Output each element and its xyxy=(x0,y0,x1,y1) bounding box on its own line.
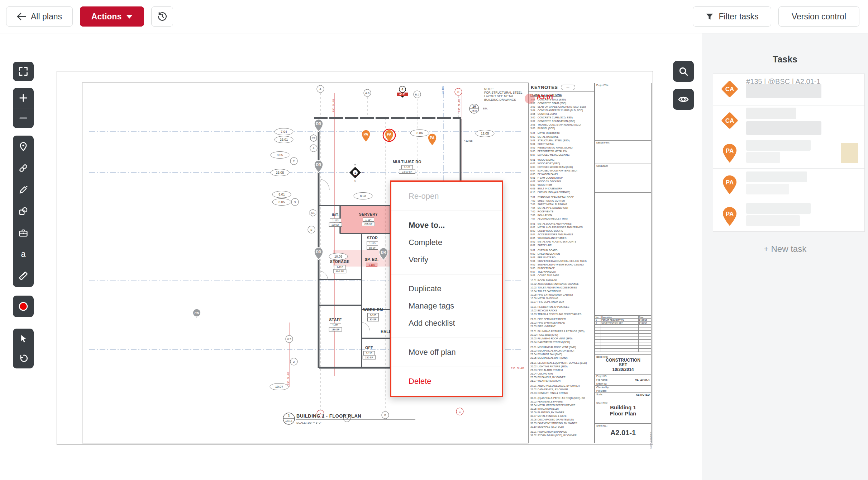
keynote-entry: 22.02HOSE BIBB (SPD) xyxy=(530,333,592,337)
shapes-tool-button[interactable] xyxy=(13,201,34,222)
keynote-entry: 7.04METAL PIPE DOWNSPOUT xyxy=(530,206,592,210)
keynote-entry: 27.01AUDIO-VIDEO DEVICES, BY OWNER xyxy=(530,384,592,388)
keynote-entry: 10.06METAL SHELVING xyxy=(530,297,592,300)
keynote-entry: 9.06RUBBER BASE xyxy=(530,267,592,270)
link-tool-button[interactable] xyxy=(13,157,34,179)
keynote-entry: 8.03SOLID WOOD DOORS xyxy=(530,229,592,233)
text-tool-button[interactable]: a xyxy=(13,244,34,265)
redacted-task-text xyxy=(746,152,780,163)
dr-plan-pin[interactable]: DR xyxy=(314,160,323,173)
keynote-entry: 6.07WOOD 3X DECKING xyxy=(530,180,592,183)
toolbox-button[interactable] xyxy=(13,222,34,244)
tb-project-title: Project Title: xyxy=(595,83,651,141)
svg-text:B: B xyxy=(310,228,312,231)
svg-text:1-116: 1-116 xyxy=(368,264,375,266)
svg-text:F.O. SLAB: F.O. SLAB xyxy=(332,99,335,112)
keynote-entry: 7.06INSULATION xyxy=(530,213,592,217)
keynote-entry: 22.01PLUMBING FIXTURES & FITTINGS (SPD) xyxy=(530,330,592,333)
keynote-entry: 8.07SUPPLY AIR xyxy=(530,244,592,247)
all-plans-label: All plans xyxy=(31,12,62,22)
svg-text:8.03: 8.03 xyxy=(360,194,366,198)
svg-text:1-110: 1-110 xyxy=(366,352,372,354)
svg-text:A2.01-1: A2.01-1 xyxy=(285,420,292,422)
svg-text:6.3: 6.3 xyxy=(287,338,291,341)
select-tool-button[interactable] xyxy=(13,329,34,349)
keynote-entry: 32.07METAL FENCING & GATE xyxy=(530,414,592,418)
tb-consultant: Consultant: xyxy=(595,164,651,193)
svg-text:DR: DR xyxy=(316,163,321,167)
fullscreen-button[interactable] xyxy=(13,62,34,81)
zoom-in-button[interactable] xyxy=(13,88,34,108)
keynote-entry: 6.10FURNISHING (ALLOWANCE) xyxy=(530,190,592,194)
select-undo-toolbar xyxy=(13,329,34,368)
keynote-entry: 7.05ROOF VENTS xyxy=(530,210,592,213)
keynote-entry: 21.02FIRE SPRINKLER HEAD xyxy=(530,321,592,325)
menu-item-move-to[interactable]: Move to... xyxy=(391,217,502,234)
fieldwire-plan-viewer: All plans Actions Filter tasks Version c… xyxy=(0,0,868,480)
plan-viewer-canvas[interactable]: NOTE:FOR STRUCTURAL STEELLAYOUT SEE META… xyxy=(0,33,702,474)
menu-item-delete[interactable]: Delete xyxy=(391,373,502,390)
svg-text:12.05: 12.05 xyxy=(481,132,489,135)
svg-text:F.O. SLAB: F.O. SLAB xyxy=(287,372,290,385)
undo-button[interactable] xyxy=(13,349,34,369)
keynote-entry: 7.01STANDING SEAM METAL ROOF xyxy=(530,196,592,199)
menu-item-duplicate[interactable]: Duplicate xyxy=(391,280,502,297)
menu-item-complete[interactable]: Complete xyxy=(391,234,502,251)
pa-plan-pin[interactable]: PA xyxy=(428,133,437,146)
version-control-button[interactable]: Version control xyxy=(778,6,859,27)
menu-item-move-off-plan[interactable]: Move off plan xyxy=(391,344,502,361)
cn-plan-pin[interactable]: CN xyxy=(193,309,201,318)
task-row[interactable]: PA xyxy=(713,169,864,200)
svg-text:W: W xyxy=(354,164,356,166)
keynote-entry: 9.02LINED INSULATION xyxy=(530,252,592,256)
actions-button[interactable]: Actions xyxy=(80,6,144,27)
dr-plan-pin[interactable]: DR xyxy=(314,248,323,260)
keynote-entry: 7.07ALUMINUM REGLET TRIM xyxy=(530,217,592,221)
draw-tool-button[interactable] xyxy=(13,179,34,201)
zoom-control xyxy=(13,88,34,128)
task-row[interactable]: PA xyxy=(713,200,864,231)
task-row[interactable]: PA xyxy=(713,137,864,169)
pa-plan-pin-selected[interactable]: PA xyxy=(383,129,395,142)
svg-text:DR: DR xyxy=(316,122,321,126)
task-marker-tool-button[interactable] xyxy=(13,136,34,157)
menu-item-verify[interactable]: Verify xyxy=(391,251,502,268)
version-history-button[interactable] xyxy=(151,6,173,27)
task-row[interactable]: CA#135 | @BSC | A2.01-1 xyxy=(713,74,864,105)
svg-text:PA: PA xyxy=(726,147,734,154)
tb-revision-table: No.DescriptionDate1PERMIT RESUBMITTAL14/… xyxy=(595,315,651,355)
version-control-label: Version control xyxy=(792,12,846,22)
tb-fields: Project ID:File Name:VA_A2.01-1Drawn by:… xyxy=(595,375,651,401)
redacted-task-text xyxy=(746,84,821,98)
new-task-button[interactable]: + New task xyxy=(702,244,868,254)
task-row[interactable]: CA xyxy=(713,105,864,137)
redacted-task-text xyxy=(746,140,811,151)
svg-text:C: C xyxy=(457,90,459,94)
pa-plan-pin[interactable]: PA xyxy=(362,130,370,142)
all-plans-back-button[interactable]: All plans xyxy=(6,6,73,27)
svg-text:PA: PA xyxy=(726,211,734,217)
dr-plan-pin[interactable]: DR xyxy=(314,119,323,132)
keynote-entry: 21.03FIRE HYDRANT xyxy=(530,325,592,328)
keynote-entry: 10.05FIRE EXTINGUISHER CABINET xyxy=(530,293,592,297)
svg-text:26.01: 26.01 xyxy=(280,138,288,141)
svg-text:1-111: 1-111 xyxy=(333,324,339,326)
keynote-entry: 8.02METAL & GLASS DOORS AND FRAMES xyxy=(530,226,592,229)
keynote-entry: 26.03FIRE ALARM SYSTEM xyxy=(530,368,592,372)
svg-text:LAYOUT SEE METAL: LAYOUT SEE METAL xyxy=(484,94,514,98)
keynote-entry: 32.05IRRIGATION (SLD) xyxy=(530,407,592,411)
zoom-out-button[interactable] xyxy=(13,108,34,128)
svg-text:10.05: 10.05 xyxy=(334,255,343,258)
zoom-search-button[interactable] xyxy=(673,61,694,82)
keynote-entry: 9.08COVED TILE BASE xyxy=(530,274,592,277)
measure-tool-button[interactable] xyxy=(13,265,34,287)
svg-text:C1: C1 xyxy=(311,211,315,215)
visibility-button[interactable] xyxy=(673,89,694,110)
record-walkthrough-button[interactable] xyxy=(13,296,34,317)
keynote-entry: 27.02DATA DEVICE, BY OWNER xyxy=(530,388,592,391)
filter-tasks-button[interactable]: Filter tasks xyxy=(693,6,771,27)
menu-item-manage-tags[interactable]: Manage tags xyxy=(391,297,502,315)
svg-text:F.O. SLAB: F.O. SLAB xyxy=(511,367,524,370)
keynote-entry: 33.01FOUNDATION DRAINAGE xyxy=(530,430,592,434)
menu-item-add-checklist[interactable]: Add checklist xyxy=(391,315,502,332)
